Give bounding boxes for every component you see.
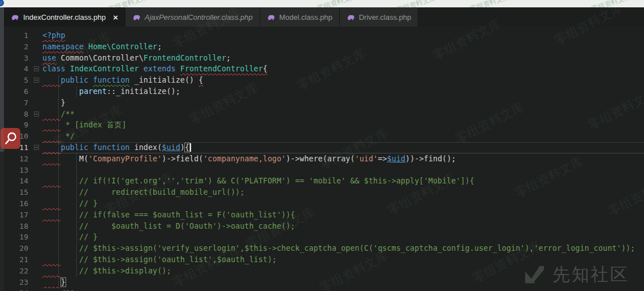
line-number[interactable]: 4 [4, 63, 42, 75]
line-number[interactable]: 8 [4, 109, 42, 120]
code-token [42, 110, 61, 118]
xianzhi-watermark: 先知社区 [522, 263, 629, 286]
watermark-text: 零组资料文库 [590, 0, 632, 7]
code-token: ) [180, 143, 185, 152]
code-token [61, 267, 80, 275]
code-token: // $this->assign('verify_userlogin',$thi… [79, 244, 635, 253]
line-number[interactable]: 24 [4, 288, 42, 291]
code-line[interactable]: <?php [42, 30, 644, 41]
line-number[interactable]: 23 [4, 277, 42, 288]
code-token: parent [79, 87, 107, 96]
magnifier-badge[interactable] [1, 128, 20, 149]
line-number[interactable]: 1 [4, 30, 42, 41]
watermark-text: 零组资料文库 [469, 0, 511, 7]
line-number[interactable]: 7 [4, 97, 42, 109]
code-token: /** [61, 289, 75, 291]
code-token: IndexController [70, 65, 139, 73]
code-token: // $oauth_list = D('Oauth')->oauth_cache… [79, 222, 295, 230]
php-elephant-icon [347, 13, 355, 22]
code-token [42, 155, 61, 163]
line-number[interactable]: 3 [4, 53, 42, 64]
code-token [42, 211, 61, 219]
code-token: class [42, 65, 66, 73]
editor-pane[interactable]: 123456789101112131415161718192021222324 … [0, 27, 644, 291]
code-token: // $this->display(); [79, 267, 171, 275]
left-scrollbar[interactable] [0, 7, 4, 291]
tab-AjaxPersonalController.class.php[interactable]: AjaxPersonalController.class.php [126, 7, 260, 27]
close-tab-icon[interactable]: × [113, 13, 118, 22]
line-number[interactable]: 14 [4, 176, 42, 187]
code-token [42, 76, 61, 84]
top-page-strip: 零组资料文库零组资料文库零组资料文库零组资料文库零组资料文库 [0, 0, 644, 7]
line-number[interactable]: 17 [4, 209, 42, 221]
code-line[interactable]: namespace Home\Controller; [42, 41, 644, 53]
code-token [42, 177, 61, 185]
code-token: * [index 首页] [61, 121, 127, 129]
code-line[interactable]: // $oauth_list = D('Oauth')->oauth_cache… [42, 221, 644, 232]
line-number[interactable]: 22 [4, 266, 42, 277]
line-number[interactable]: 16 [4, 198, 42, 209]
xianzhi-logo-icon [522, 263, 546, 286]
line-number[interactable]: 6 [4, 86, 42, 97]
blue-corner-icon [0, 0, 4, 6]
code-token: ))->find(); [405, 155, 456, 163]
tab-Model.class.php[interactable]: Model.class.php [260, 7, 340, 27]
code-line[interactable]: */ [42, 131, 644, 142]
code-line[interactable]: public function index($uid){ [42, 142, 644, 153]
code-line[interactable]: /** [42, 288, 644, 291]
line-number[interactable]: 15 [4, 187, 42, 198]
code-line[interactable]: // $this->assign('verify_userlogin',$thi… [42, 243, 644, 254]
fold-icon[interactable] [34, 78, 39, 83]
code-token: // if(!I('get.org','','trim') && C('PLAT… [79, 177, 474, 185]
code-token [42, 132, 61, 140]
tab-label: Driver.class.php [359, 13, 411, 22]
code-line[interactable] [42, 165, 644, 176]
code-line[interactable]: /** [42, 109, 644, 120]
code-token [42, 188, 79, 196]
line-number[interactable]: 12 [4, 153, 42, 165]
line-number[interactable]: 20 [4, 243, 42, 254]
code-token: function [93, 143, 129, 152]
code-line[interactable]: public function _initialize() { [42, 75, 644, 86]
code-token [42, 143, 61, 152]
code-line[interactable]: } [42, 97, 644, 109]
line-number[interactable]: 19 [4, 232, 42, 243]
code-token: // } [79, 199, 98, 208]
line-number[interactable]: 2 [4, 41, 42, 53]
code-line[interactable]: // } [42, 232, 644, 243]
code-token [42, 87, 79, 96]
code-line[interactable]: class IndexController extends FrontendCo… [42, 63, 644, 75]
code-token [61, 255, 80, 264]
line-number[interactable]: 18 [4, 221, 42, 232]
code-token [61, 177, 80, 185]
code-line[interactable]: // if(!I('get.org','','trim') && C('PLAT… [42, 176, 644, 187]
code-line[interactable]: use Common\Controller\FrontendController… [42, 53, 644, 64]
code-line[interactable]: // redirect(build_mobile_url()); [42, 187, 644, 198]
tab-label: AjaxPersonalController.class.php [145, 13, 253, 22]
code-token: { [185, 143, 189, 152]
fold-icon[interactable] [34, 66, 39, 71]
code-line[interactable]: M('CompanyProfile')->field('companyname,… [42, 153, 644, 165]
code-token: use [42, 54, 56, 62]
fold-icon[interactable] [34, 112, 39, 117]
tab-bar: IndexController.class.php×AjaxPersonalCo… [4, 7, 644, 27]
fold-icon[interactable] [34, 145, 39, 150]
code-line[interactable]: // } [42, 198, 644, 209]
code-line[interactable]: // if(false === $oauth_list = F('oauth_l… [42, 209, 644, 221]
code-token: ; [226, 54, 231, 62]
tab-IndexController.class.php[interactable]: IndexController.class.php× [4, 7, 126, 27]
code-line[interactable]: parent::_initialize(); [42, 86, 644, 97]
tab-Driver.class.php[interactable]: Driver.class.php [340, 7, 418, 27]
xianzhi-watermark-text: 先知社区 [552, 263, 629, 286]
code-token: => [378, 155, 387, 163]
code-token [42, 199, 61, 208]
line-number[interactable]: 21 [4, 254, 42, 266]
code-token: { [198, 76, 203, 84]
code-token: ::_initialize(); [107, 87, 180, 96]
line-number[interactable]: 13 [4, 165, 42, 176]
code-token: 'companyname,logo' [203, 155, 286, 163]
code-token [42, 233, 79, 241]
code-line[interactable]: * [index 首页] [42, 119, 644, 131]
code-token: <?php [42, 31, 66, 40]
line-number[interactable]: 5 [4, 75, 42, 86]
